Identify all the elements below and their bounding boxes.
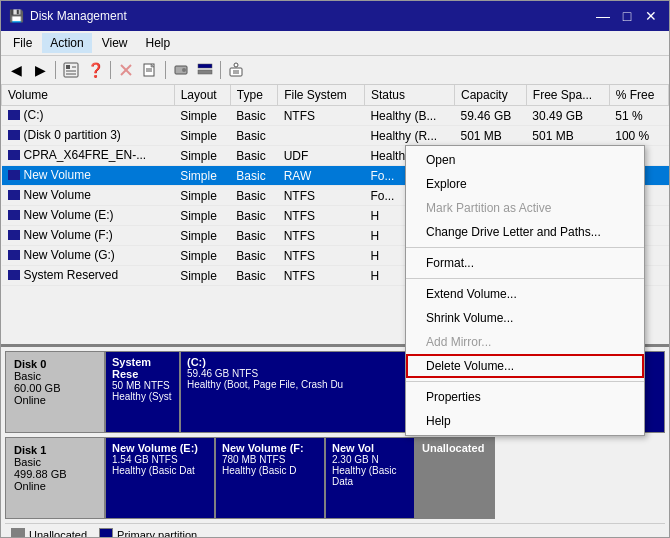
ctx-item-add-mirror: Add Mirror... [406,330,644,354]
delete-button[interactable] [115,59,137,81]
disk-0-type: Basic [14,370,96,382]
partition-e-drive[interactable]: New Volume (E:) 1.54 GB NTFS Healthy (Ba… [105,437,215,519]
menu-bar: File Action View Help [1,31,669,56]
ctx-item-shrink[interactable]: Shrink Volume... [406,306,644,330]
volume-view-button[interactable] [194,59,216,81]
table-cell [278,126,365,146]
partition-g-drive[interactable]: New Vol 2.30 GB N Healthy (Basic Data [325,437,415,519]
table-cell: Simple [174,186,230,206]
table-cell: Basic [230,266,277,286]
sysres-size: 50 MB NTFS [112,380,173,391]
volume-icon: CPRA_X64FRE_EN-... [8,148,147,162]
table-cell: Simple [174,266,230,286]
volume-icon: New Volume [8,168,91,182]
legend-primary-label: Primary partition [117,529,197,537]
legend-unallocated: Unallocated [11,528,87,537]
close-button[interactable]: ✕ [641,6,661,26]
table-cell: 51 % [609,106,668,126]
table-cell: Basic [230,166,277,186]
maximize-button[interactable]: □ [617,6,637,26]
ctx-item-open[interactable]: Open [406,148,644,172]
table-cell: Simple [174,106,230,126]
partition-f-drive[interactable]: New Volume (F: 780 MB NTFS Healthy (Basi… [215,437,325,519]
table-cell: NTFS [278,266,365,286]
table-cell: NTFS [278,226,365,246]
properties-button[interactable] [225,59,247,81]
table-cell: 100 % [609,126,668,146]
ctx-item-properties[interactable]: Properties [406,385,644,409]
disk-icon [8,190,20,200]
col-type: Type [230,85,277,106]
ctx-item-change-letter[interactable]: Change Drive Letter and Paths... [406,220,644,244]
ctx-item-help[interactable]: Help [406,409,644,433]
disk-icon [8,250,20,260]
disk-icon [8,150,20,160]
table-cell: Simple [174,146,230,166]
table-cell: Healthy (B... [364,106,454,126]
fdrive-name: New Volume (F: [222,442,318,454]
table-cell: Basic [230,246,277,266]
fdrive-size: 780 MB NTFS [222,454,318,465]
table-row[interactable]: (C:)SimpleBasicNTFSHealthy (B...59.46 GB… [2,106,669,126]
toolbar-sep-4 [220,61,221,79]
col-free: Free Spa... [526,85,609,106]
col-pct: % Free [609,85,668,106]
table-cell: Simple [174,126,230,146]
table-cell: Simple [174,166,230,186]
disk-0-size: 60.00 GB [14,382,96,394]
minimize-button[interactable]: — [593,6,613,26]
partition-system-reserved[interactable]: System Rese 50 MB NTFS Healthy (Syst [105,351,180,433]
toolbar-sep-3 [165,61,166,79]
legend-unalloc-box [11,528,25,537]
disk-0-label: Disk 0 Basic 60.00 GB Online [5,351,105,433]
table-row[interactable]: (Disk 0 partition 3)SimpleBasicHealthy (… [2,126,669,146]
disk-icon [8,210,20,220]
help-button[interactable]: ❓ [84,59,106,81]
menu-action[interactable]: Action [42,33,91,53]
table-cell: Basic [230,206,277,226]
volume-icon: System Reserved [8,268,119,282]
disk-1-type: Basic [14,456,96,468]
disk-view-button[interactable] [170,59,192,81]
table-cell: New Volume (F:) [2,226,175,246]
disk-0-status: Online [14,394,96,406]
table-cell: Simple [174,246,230,266]
fdrive-status: Healthy (Basic D [222,465,318,476]
svg-rect-1 [66,65,70,69]
gdrive-name: New Vol [332,442,408,454]
toolbar-sep-1 [55,61,56,79]
volume-icon: New Volume (E:) [8,208,114,222]
ctx-item-delete[interactable]: Delete Volume... [406,354,644,378]
table-cell: New Volume [2,186,175,206]
ctx-item-explore[interactable]: Explore [406,172,644,196]
disk-1-partitions: New Volume (E:) 1.54 GB NTFS Healthy (Ba… [105,437,665,519]
ctx-item-format[interactable]: Format... [406,251,644,275]
menu-help[interactable]: Help [138,33,179,53]
title-bar: 💾 Disk Management — □ ✕ [1,1,669,31]
menu-file[interactable]: File [5,33,40,53]
table-cell: 501 MB [526,126,609,146]
disk-management-window: 💾 Disk Management — □ ✕ File Action View… [0,0,670,538]
menu-view[interactable]: View [94,33,136,53]
col-status: Status [364,85,454,106]
console-tree-button[interactable] [60,59,82,81]
table-cell: Healthy (R... [364,126,454,146]
new-button[interactable] [139,59,161,81]
table-cell: System Reserved [2,266,175,286]
table-cell: Basic [230,226,277,246]
table-cell: Simple [174,206,230,226]
back-button[interactable]: ◀ [5,59,27,81]
svg-point-12 [182,68,186,72]
legend-primary: Primary partition [99,528,197,537]
table-cell: 59.46 GB [455,106,527,126]
col-layout: Layout [174,85,230,106]
edrive-size: 1.54 GB NTFS [112,454,208,465]
forward-button[interactable]: ▶ [29,59,51,81]
disk-0-name: Disk 0 [14,358,96,370]
window-icon: 💾 [9,9,24,23]
ctx-item-extend[interactable]: Extend Volume... [406,282,644,306]
table-cell: NTFS [278,206,365,226]
legend-unalloc-label: Unallocated [29,529,87,537]
table-cell: New Volume [2,166,175,186]
table-cell: Basic [230,126,277,146]
